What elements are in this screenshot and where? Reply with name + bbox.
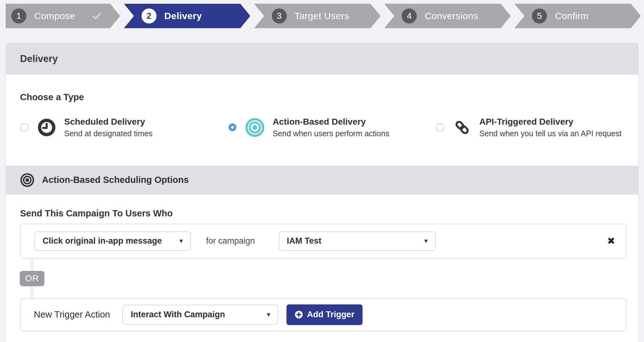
action-based-options-band: Action-Based Scheduling Options	[6, 166, 638, 194]
delivery-panel: Delivery Choose a Type Scheduled Deliver…	[6, 43, 639, 342]
option-action-based-delivery[interactable]: Action-Based Delivery Send when users pe…	[229, 117, 436, 138]
step-confirm[interactable]: 5 Confirm	[514, 4, 641, 28]
or-badge: OR	[20, 271, 44, 286]
radio-scheduled-delivery[interactable]	[20, 123, 28, 132]
option-title: Scheduled Delivery	[64, 117, 152, 127]
target-icon	[245, 118, 265, 137]
step-label: Delivery	[164, 11, 202, 21]
add-trigger-button[interactable]: Add Trigger	[286, 304, 363, 325]
bullseye-icon	[20, 173, 34, 187]
scheduling-section: Send This Campaign To Users Who Click or…	[6, 194, 638, 331]
or-connector: OR	[20, 259, 626, 298]
band-title: Action-Based Scheduling Options	[42, 175, 189, 185]
wizard-stepper: 1 Compose 2 Delivery 3 Target Users 4 Co…	[6, 4, 641, 28]
option-subtitle: Send when users perform actions	[273, 129, 389, 138]
step-delivery[interactable]: 2 Delivery	[124, 4, 250, 28]
campaign-value: IAM Test	[287, 236, 322, 246]
trigger-action-value: Click original in-app message	[43, 236, 162, 246]
trigger-row: Click original in-app message ▼ for camp…	[20, 224, 626, 259]
step-label: Confirm	[555, 11, 589, 21]
option-title: Action-Based Delivery	[273, 117, 389, 127]
new-trigger-row: New Trigger Action Interact With Campaig…	[20, 298, 626, 331]
trigger-action-select[interactable]: Click original in-app message ▼	[34, 231, 191, 251]
radio-action-based-delivery[interactable]	[229, 123, 236, 131]
choose-type-section: Choose a Type Scheduled Delivery Send at…	[6, 75, 638, 166]
new-trigger-action-value: Interact With Campaign	[131, 310, 225, 319]
step-target-users[interactable]: 3 Target Users	[254, 4, 381, 28]
caret-down-icon: ▼	[171, 238, 184, 245]
step-number-badge: 1	[11, 8, 26, 23]
step-conversions[interactable]: 4 Conversions	[384, 4, 511, 28]
close-icon[interactable]: ✖	[605, 235, 618, 247]
step-number-badge: 4	[402, 8, 417, 23]
option-scheduled-delivery[interactable]: Scheduled Delivery Send at designated ti…	[20, 117, 229, 138]
option-api-triggered-delivery[interactable]: API-Triggered Delivery Send when you tel…	[436, 117, 621, 138]
link-icon	[453, 118, 471, 137]
choose-type-heading: Choose a Type	[20, 92, 624, 102]
step-number-badge: 2	[142, 8, 157, 23]
clock-icon	[37, 118, 56, 137]
option-title: API-Triggered Delivery	[479, 117, 621, 127]
caret-down-icon: ▼	[416, 238, 429, 245]
step-number-badge: 3	[272, 8, 287, 23]
new-trigger-action-select[interactable]: Interact With Campaign ▼	[122, 305, 278, 325]
option-subtitle: Send at designated times	[64, 129, 152, 138]
send-to-users-heading: Send This Campaign To Users Who	[20, 208, 626, 219]
panel-title: Delivery	[20, 53, 58, 65]
caret-down-icon: ▼	[259, 311, 272, 318]
step-number-badge: 5	[532, 8, 547, 23]
option-subtitle: Send when you tell us via an API request	[479, 129, 621, 138]
check-icon	[91, 11, 102, 21]
new-trigger-label: New Trigger Action	[34, 309, 110, 320]
campaign-delivery-page: 1 Compose 2 Delivery 3 Target Users 4 Co…	[0, 0, 644, 342]
panel-header: Delivery	[6, 43, 638, 75]
step-label: Target Users	[295, 11, 349, 21]
delivery-type-options: Scheduled Delivery Send at designated ti…	[20, 117, 624, 166]
step-label: Compose	[34, 11, 75, 21]
campaign-select[interactable]: IAM Test ▼	[279, 231, 436, 251]
step-label: Conversions	[425, 11, 478, 21]
step-compose[interactable]: 1 Compose	[6, 4, 120, 28]
add-trigger-label: Add Trigger	[307, 310, 354, 319]
radio-api-triggered-delivery[interactable]	[436, 123, 444, 132]
for-campaign-label: for campaign	[206, 236, 255, 246]
plus-icon	[295, 310, 303, 319]
